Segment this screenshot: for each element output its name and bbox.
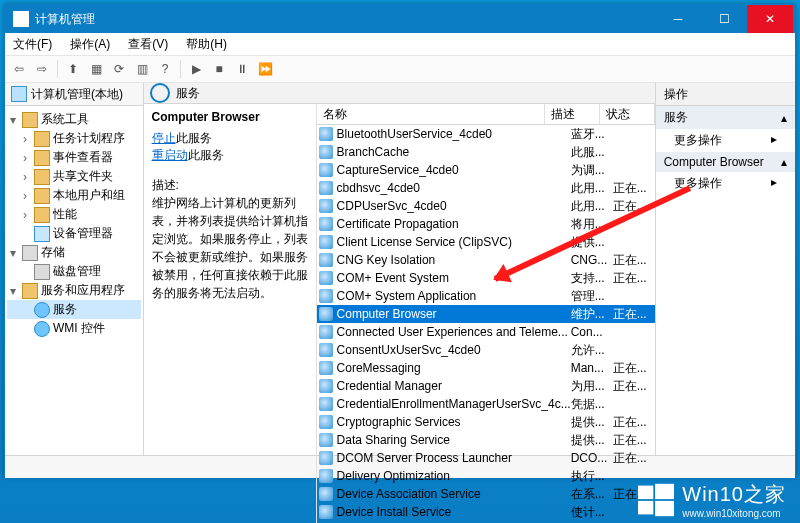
menu-view[interactable]: 查看(V) [124,34,172,55]
service-row[interactable]: CDPUserSvc_4cde0此用...正在... [317,197,655,215]
service-row[interactable]: BluetoothUserService_4cde0蓝牙... [317,125,655,143]
service-row[interactable]: CNG Key IsolationCNG...正在... [317,251,655,269]
pause-icon[interactable]: ⏸ [232,59,252,79]
tree-node[interactable]: ›本地用户和组 [7,186,141,205]
service-row[interactable]: Client License Service (ClipSVC)提供... [317,233,655,251]
stop-icon[interactable]: ■ [209,59,229,79]
service-row[interactable]: CredentialEnrollmentManagerUserSvc_4c...… [317,395,655,413]
service-icon [319,397,333,411]
actions-header: 操作 [656,83,795,106]
service-row[interactable]: Certificate Propagation将用... [317,215,655,233]
menu-action[interactable]: 操作(A) [66,34,114,55]
menubar: 文件(F) 操作(A) 查看(V) 帮助(H) [5,33,795,56]
tree-root-label: 计算机管理(本地) [31,86,123,103]
tree-node[interactable]: 服务 [7,300,141,319]
tree-node[interactable]: ▾系统工具 [7,110,141,129]
svg-rect-0 [638,486,653,500]
service-row[interactable]: Delivery Optimization执行... [317,467,655,485]
tree-node[interactable]: ▾服务和应用程序 [7,281,141,300]
services-header: 服务 [144,83,655,104]
service-icon [319,451,333,465]
tree-node[interactable]: WMI 控件 [7,319,141,338]
service-icon [319,325,333,339]
services-header-label: 服务 [176,85,200,102]
restart-icon[interactable]: ⏩ [255,59,275,79]
toolbar-sep [57,60,58,78]
menu-file[interactable]: 文件(F) [9,34,56,55]
tree-node[interactable]: ›性能 [7,205,141,224]
nav-back-icon[interactable]: ⇦ [9,59,29,79]
svg-rect-3 [655,501,674,516]
restart-service-link[interactable]: 重启动 [152,148,188,162]
service-icon [319,163,333,177]
service-row[interactable]: BranchCache此服... [317,143,655,161]
actions-panel: 操作 服务 ▴ 更多操作 ▸ Computer Browser ▴ 更多操作 ▸ [656,83,795,455]
detail-name: Computer Browser [152,110,308,124]
minimize-button[interactable]: ─ [655,5,701,33]
service-icon [319,217,333,231]
toolbar: ⇦ ⇨ ⬆ ▦ ⟳ ▥ ? ▶ ■ ⏸ ⏩ [5,56,795,83]
service-icon [319,343,333,357]
tree-root[interactable]: 计算机管理(本地) [5,83,143,106]
service-row[interactable]: Device Association Service在系...正在... [317,485,655,503]
service-row[interactable]: COM+ System Application管理... [317,287,655,305]
col-name[interactable]: 名称 [317,104,545,124]
close-button[interactable]: ✕ [747,5,793,33]
tree-node[interactable]: ›任务计划程序 [7,129,141,148]
tree-node[interactable]: 磁盘管理 [7,262,141,281]
detail-desc-label: 描述: [152,178,179,192]
service-icon [319,127,333,141]
tree-node[interactable]: 设备管理器 [7,224,141,243]
chevron-right-icon: ▸ [771,175,777,192]
svg-rect-2 [638,501,653,515]
tree-node[interactable]: ▾存储 [7,243,141,262]
col-desc[interactable]: 描述 [545,104,600,124]
nav-fwd-icon[interactable]: ⇨ [32,59,52,79]
titlebar: 计算机管理 ─ ☐ ✕ [5,5,795,33]
app-icon [13,11,29,27]
service-row[interactable]: cbdhsvc_4cde0此用...正在... [317,179,655,197]
service-row[interactable]: Device Install Service使计... [317,503,655,521]
service-icon [319,145,333,159]
tree-node[interactable]: ›事件查看器 [7,148,141,167]
up-icon[interactable]: ⬆ [63,59,83,79]
help-icon[interactable]: ? [155,59,175,79]
service-row[interactable]: Connected User Experiences and Teleme...… [317,323,655,341]
service-row[interactable]: COM+ Event System支持...正在... [317,269,655,287]
refresh-icon[interactable]: ⟳ [109,59,129,79]
service-list[interactable]: BluetoothUserService_4cde0蓝牙...BranchCac… [317,125,655,523]
actions-more-cb[interactable]: 更多操作 ▸ [656,172,795,195]
export-icon[interactable]: ▥ [132,59,152,79]
menu-help[interactable]: 帮助(H) [182,34,231,55]
col-status[interactable]: 状态 [600,104,655,124]
service-row[interactable]: CoreMessagingMan...正在... [317,359,655,377]
play-icon[interactable]: ▶ [186,59,206,79]
watermark-url: www.win10xitong.com [682,508,786,519]
service-icon [319,433,333,447]
stop-service-link[interactable]: 停止 [152,131,176,145]
service-row[interactable]: DCOM Server Process LauncherDCO...正在... [317,449,655,467]
refresh-icon[interactable] [150,83,170,103]
tree-node[interactable]: ›共享文件夹 [7,167,141,186]
service-row[interactable]: Data Sharing Service提供...正在... [317,431,655,449]
actions-more-services[interactable]: 更多操作 ▸ [656,129,795,152]
service-row[interactable]: CaptureService_4cde0为调... [317,161,655,179]
service-icon [319,505,333,519]
service-icon [319,379,333,393]
actions-section-services[interactable]: 服务 ▴ [656,106,795,129]
maximize-button[interactable]: ☐ [701,5,747,33]
service-icon [319,487,333,501]
service-row[interactable]: ConsentUxUserSvc_4cde0允许... [317,341,655,359]
actions-section-computer-browser[interactable]: Computer Browser ▴ [656,152,795,172]
service-icon [319,253,333,267]
service-row[interactable]: Cryptographic Services提供...正在... [317,413,655,431]
service-row[interactable]: Credential Manager为用...正在... [317,377,655,395]
service-row[interactable]: Computer Browser维护...正在... [317,305,655,323]
service-icon [319,361,333,375]
props-icon[interactable]: ▦ [86,59,106,79]
service-icon [319,199,333,213]
service-icon [319,415,333,429]
service-detail-panel: Computer Browser 停止此服务 重启动此服务 描述: 维护网络上计… [144,104,317,523]
detail-desc: 维护网络上计算机的更新列表，并将列表提供给计算机指定浏览。如果服务停止，列表不会… [152,196,308,300]
chevron-up-icon: ▴ [781,111,787,125]
